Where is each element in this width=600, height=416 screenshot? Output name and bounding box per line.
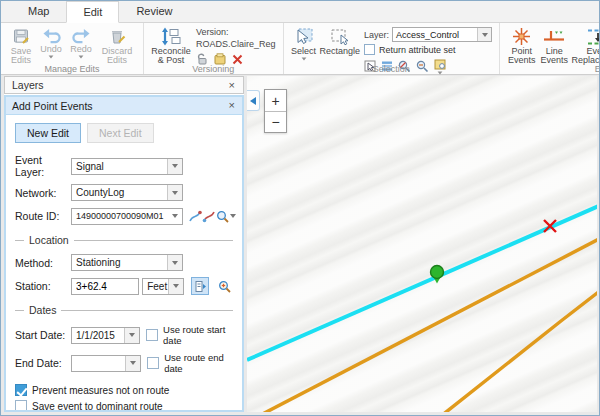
tab-review[interactable]: Review <box>119 0 189 22</box>
map-graphics <box>247 76 597 412</box>
undo-dropdown-icon[interactable] <box>49 56 54 59</box>
select-button[interactable]: Select <box>289 25 319 61</box>
zoom-in-button[interactable]: + <box>265 90 286 111</box>
network-combobox[interactable]: CountyLog <box>71 184 183 201</box>
route-id-combobox[interactable]: 14900000700090M01 <box>71 208 183 225</box>
rectangle-button[interactable]: Rectangle <box>319 25 362 56</box>
layers-pane-header: Layers × <box>4 76 244 94</box>
use-route-start-date-label: Use route start date <box>163 324 233 346</box>
road-line-1 <box>251 238 597 412</box>
layer-label: Layer: <box>364 30 389 40</box>
add-point-events-close-icon[interactable]: × <box>228 100 236 111</box>
network-dropdown-icon[interactable] <box>167 185 182 200</box>
left-panel: Layers × Add Point Events × New Edit Nex… <box>4 76 244 412</box>
redo-button[interactable]: Redo <box>66 25 96 59</box>
end-date-dropdown-icon[interactable] <box>125 356 140 371</box>
location-section-divider: Location <box>15 234 233 246</box>
method-combobox[interactable]: Stationing <box>71 254 183 271</box>
use-route-end-date-label: Use route end date <box>164 352 233 374</box>
layers-close-icon[interactable]: × <box>228 80 236 91</box>
units-dropdown-icon[interactable] <box>168 279 183 294</box>
method-dropdown-icon[interactable] <box>167 255 182 270</box>
use-route-start-date-checkbox[interactable] <box>146 329 158 341</box>
discard-edits-button[interactable]: Discard Edits <box>96 25 138 66</box>
route-id-label: Route ID: <box>15 210 71 222</box>
road-line-2 <box>436 290 597 412</box>
reconcile-post-button[interactable]: Reconcile & Post <box>149 25 193 66</box>
point-events-button[interactable]: Point Events <box>505 25 539 66</box>
save-dominant-label: Save event to dominant route <box>32 401 163 411</box>
station-label: Station: <box>15 280 71 292</box>
new-edit-button[interactable]: New Edit <box>15 123 81 143</box>
dates-section-divider: Dates <box>15 304 233 316</box>
undo-icon <box>42 27 61 44</box>
use-route-end-date-checkbox[interactable] <box>147 357 159 369</box>
group-edit-events: Point Events Line Events Event Replaceme… <box>500 23 600 74</box>
select-route-on-map-icon[interactable] <box>188 207 202 225</box>
select-dropdown-icon[interactable] <box>301 58 306 61</box>
group-versioning: Reconcile & Post Version: ROADS.Claire_R… <box>144 23 284 74</box>
redo-icon <box>72 27 91 44</box>
save-dominant-checkbox[interactable] <box>15 400 27 410</box>
end-date-combobox[interactable] <box>71 355 141 372</box>
prevent-measures-label: Prevent measures not on route <box>32 385 169 396</box>
layer-combobox[interactable]: Access_Control <box>392 27 492 42</box>
select-cursor-icon <box>294 27 314 46</box>
next-edit-button[interactable]: Next Edit <box>87 123 154 143</box>
route-id-dropdown-icon[interactable] <box>167 209 182 224</box>
ribbon: Save Edits Undo Redo Discard <box>1 23 599 75</box>
end-date-label: End Date: <box>15 357 71 369</box>
save-icon <box>12 27 31 46</box>
undo-button[interactable]: Undo <box>36 25 66 59</box>
return-attribute-set-checkbox[interactable] <box>364 44 375 55</box>
line-events-button[interactable]: Line Events <box>539 25 570 66</box>
zoom-out-button[interactable]: − <box>265 111 286 132</box>
layers-pane-title: Layers <box>12 79 44 91</box>
add-point-events-title: Add Point Events <box>12 100 93 112</box>
zoom-to-station-icon[interactable] <box>215 277 233 295</box>
group-selection: Select Rectangle Layer: Access_Control <box>284 23 501 74</box>
pick-station-on-map-button[interactable] <box>191 277 209 295</box>
event-layer-dropdown-icon[interactable] <box>167 159 182 174</box>
network-label: Network: <box>15 187 71 199</box>
app-window: Map Edit Review Save Edits Undo <box>0 0 600 416</box>
group-manage-edits: Save Edits Undo Redo Discard <box>1 23 144 74</box>
units-combobox[interactable]: Feet <box>142 278 184 295</box>
reconcile-icon <box>161 27 181 46</box>
event-layer-label: Event Layer: <box>15 154 71 178</box>
add-point-events-header: Add Point Events × <box>6 97 242 115</box>
layer-dropdown-icon[interactable] <box>477 28 491 41</box>
select-route-from-selection-icon[interactable] <box>202 207 216 225</box>
redo-dropdown-icon[interactable] <box>79 56 84 59</box>
event-replacement-button[interactable]: Event Replacement <box>570 25 600 66</box>
add-point-events-pane: Add Point Events × New Edit Next Edit Ev… <box>4 95 244 412</box>
map-canvas[interactable]: + − <box>247 76 597 412</box>
map-zoom-control: + − <box>264 89 287 133</box>
tab-edit[interactable]: Edit <box>66 1 119 23</box>
start-date-combobox[interactable]: 1/1/2015 <box>71 327 140 344</box>
event-replacement-icon <box>586 27 600 46</box>
rectangle-tool-icon <box>330 27 350 46</box>
zoom-to-route-icon[interactable] <box>216 207 236 225</box>
event-layer-combobox[interactable]: Signal <box>71 158 183 175</box>
trash-icon <box>108 27 127 46</box>
save-edits-button[interactable]: Save Edits <box>6 25 36 66</box>
method-label: Method: <box>15 257 71 269</box>
version-name: ROADS.Claire_Reg <box>196 39 276 49</box>
group-label-versioning: Versioning <box>144 64 283 74</box>
event-point-marker <box>431 266 444 279</box>
group-label-edit-events: Edit Events <box>500 64 600 74</box>
add-point-events-body: New Edit Next Edit Event Layer: Signal N… <box>6 115 242 410</box>
route-highlight-line <box>247 205 597 360</box>
ribbon-tabbar: Map Edit Review <box>1 1 599 23</box>
version-caption: Version: <box>196 27 276 37</box>
collapse-arrow-icon <box>250 97 256 105</box>
collapse-panel-tab[interactable] <box>247 90 260 111</box>
start-date-dropdown-icon[interactable] <box>124 328 139 343</box>
prevent-measures-checkbox[interactable] <box>15 384 27 396</box>
station-input[interactable]: 3+62.4 <box>71 278 139 295</box>
tab-map[interactable]: Map <box>11 0 66 22</box>
line-events-icon <box>543 27 565 46</box>
group-label-manage-edits: Manage Edits <box>1 64 143 74</box>
point-events-icon <box>512 27 531 46</box>
